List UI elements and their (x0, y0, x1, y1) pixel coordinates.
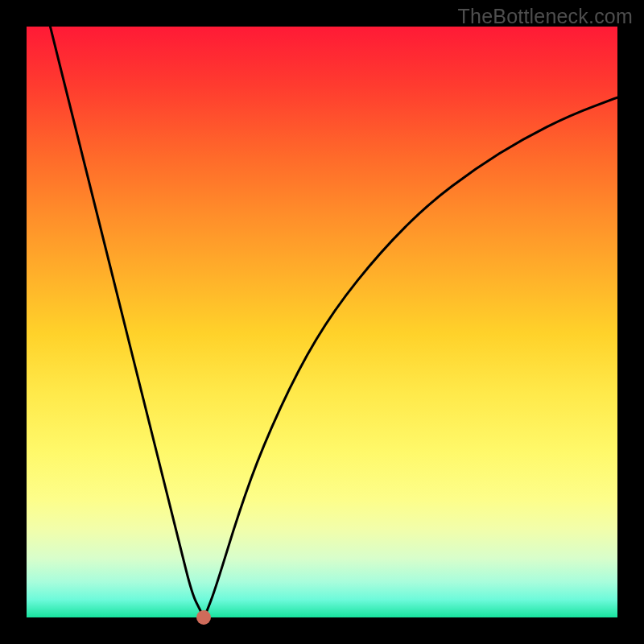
plot-area (27, 27, 617, 617)
bottleneck-curve-path (50, 27, 617, 616)
minimum-marker (196, 610, 211, 625)
chart-frame: TheBottleneck.com (0, 0, 644, 644)
watermark-text: TheBottleneck.com (458, 5, 633, 28)
curve-svg (27, 27, 617, 617)
